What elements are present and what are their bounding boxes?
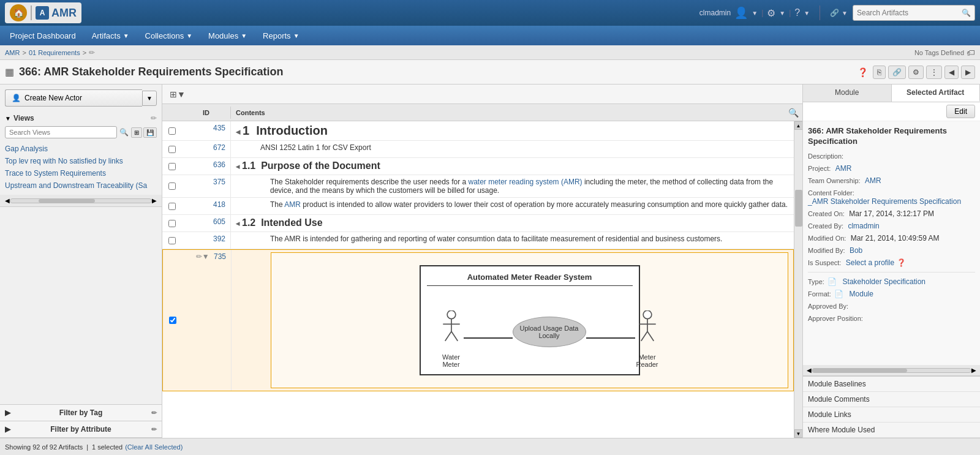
breadcrumb-amr[interactable]: AMR (5, 49, 20, 56)
suspect-help-icon[interactable]: ❓ (897, 258, 906, 267)
col-selector-button[interactable]: ⊞▼ (167, 88, 188, 100)
checkbox-605[interactable] (168, 220, 176, 227)
checkbox-672[interactable] (168, 146, 176, 153)
nav-modules[interactable]: Modules ▼ (201, 27, 254, 44)
row-735-id[interactable]: ✏▼ 735 (183, 250, 232, 391)
checkbox-375[interactable] (168, 182, 176, 190)
suspect-value[interactable]: Select a profile (846, 258, 894, 267)
format-doc-icon: 📄 (834, 290, 843, 298)
search-views-icon[interactable]: 🔍 (119, 128, 129, 137)
row-636-id[interactable]: 636 (182, 158, 231, 175)
nav-project-dashboard[interactable]: Project Dashboard (2, 27, 83, 44)
sidebar-scroll-right[interactable]: ▶ (152, 197, 157, 204)
checkbox-735[interactable] (169, 317, 176, 324)
row-435-id[interactable]: 435 (182, 121, 231, 140)
search-box[interactable]: 🔍 (853, 5, 975, 21)
search-icon[interactable]: 🔍 (962, 9, 971, 17)
home-icon[interactable]: 🏠 (10, 4, 27, 21)
view-upstream[interactable]: Upstream and Downstream Traceability (Sa (5, 180, 157, 191)
row-735-edit-icon[interactable]: ✏▼ (196, 252, 209, 261)
row-418-check[interactable] (162, 198, 182, 214)
filter-attr-edit-icon[interactable]: ✏ (151, 426, 157, 434)
logo-box[interactable]: 🏠 A AMR (5, 2, 81, 23)
create-actor-dropdown-button[interactable]: ▼ (142, 91, 157, 106)
user-icon[interactable]: 👤 (734, 6, 748, 20)
scroll-up-btn[interactable]: ▲ (794, 121, 803, 130)
edit-button[interactable]: Edit (946, 105, 975, 118)
row-418-amr-link[interactable]: AMR (284, 200, 301, 209)
right-scroll-left-btn[interactable]: ◀ (807, 367, 812, 374)
row-375-check[interactable] (162, 175, 182, 197)
actor-water-meter: Water Meter (439, 310, 464, 368)
help-icon[interactable]: ? (794, 7, 800, 18)
checkbox-418[interactable] (168, 203, 176, 210)
user-dropdown-icon[interactable]: ▼ (752, 10, 758, 17)
nav-reports[interactable]: Reports ▼ (255, 27, 306, 44)
scroll-track[interactable] (794, 130, 803, 429)
view-trace[interactable]: Trace to System Requirements (5, 168, 157, 179)
row-375-id[interactable]: 375 (182, 175, 231, 197)
views-edit-icon[interactable]: ✏ (151, 114, 157, 122)
row-392-check[interactable] (162, 232, 182, 249)
nav-artifacts[interactable]: Artifacts ▼ (85, 27, 137, 44)
right-scroll-right-btn[interactable]: ▶ (971, 367, 976, 374)
row-605-check[interactable] (162, 215, 182, 231)
views-search-input[interactable] (5, 126, 117, 138)
module-baselines-item[interactable]: Module Baselines (803, 377, 980, 392)
toolbar-btn-5[interactable]: ◀ (944, 66, 959, 79)
row-435-check[interactable] (162, 121, 182, 140)
breadcrumb-edit-icon[interactable]: ✏ (89, 48, 95, 57)
checkbox-636[interactable] (168, 163, 176, 170)
module-help-icon[interactable]: ❓ (858, 67, 868, 77)
no-tags-area: No Tags Defined 🏷 (914, 48, 975, 58)
clear-selected-link[interactable]: (Clear All Selected) (125, 443, 183, 451)
filter-tag-edit-icon[interactable]: ✏ (151, 409, 157, 417)
content-vertical-scrollbar[interactable]: ▲ ▼ (794, 121, 802, 438)
sidebar-scroll-track[interactable] (10, 198, 152, 203)
tab-selected-artifact[interactable]: Selected Artifact (892, 85, 981, 102)
search-input[interactable] (857, 9, 959, 17)
module-comments-item[interactable]: Module Comments (803, 392, 980, 407)
checkbox-392[interactable] (168, 237, 176, 244)
svg-point-5 (643, 310, 652, 319)
right-scroll-track[interactable] (812, 368, 971, 373)
tab-module[interactable]: Module (803, 85, 892, 102)
header-search-col[interactable]: 🔍 (784, 108, 802, 118)
nav-collections[interactable]: Collections ▼ (138, 27, 200, 44)
row-605-id[interactable]: 605 (182, 215, 231, 231)
content-search-icon[interactable]: 🔍 (788, 108, 799, 118)
type-value: Stakeholder Specification (843, 277, 925, 286)
row-375-amr-link[interactable]: water meter reading system (AMR) (469, 178, 582, 186)
view-top-lev[interactable]: Top lev req with No satisfied by links (5, 156, 157, 167)
search-dropdown-icon[interactable]: ▼ (842, 10, 848, 17)
settings-icon[interactable]: ⚙ (767, 7, 775, 19)
row-672-check[interactable] (162, 141, 182, 157)
row-392-id[interactable]: 392 (182, 232, 231, 249)
create-new-actor-button[interactable]: 👤 Create New Actor (5, 89, 142, 107)
row-672-id[interactable]: 672 (182, 141, 231, 157)
views-grid-button[interactable]: ⊞ (131, 127, 142, 138)
checkbox-435[interactable] (168, 127, 176, 135)
views-header[interactable]: ▼ Views ✏ (5, 114, 157, 122)
settings-dropdown-icon[interactable]: ▼ (779, 10, 785, 17)
module-links-item[interactable]: Module Links (803, 407, 980, 423)
right-horizontal-scroll[interactable]: ◀ ▶ (803, 365, 980, 376)
toolbar-btn-6[interactable]: ▶ (961, 66, 975, 79)
sidebar-scroll-left[interactable]: ◀ (5, 197, 10, 204)
toolbar-btn-2[interactable]: 🔗 (888, 66, 906, 79)
breadcrumb-01req[interactable]: 01 Requirements (29, 49, 80, 56)
toolbar-btn-3[interactable]: ⚙ (908, 66, 924, 79)
row-636-check[interactable] (162, 158, 182, 175)
row-735-check[interactable] (163, 250, 183, 391)
scroll-down-btn[interactable]: ▼ (794, 429, 803, 438)
filter-by-attribute[interactable]: ▶ Filter by Attribute ✏ (0, 421, 162, 438)
views-save-button[interactable]: 💾 (143, 127, 157, 138)
view-gap-analysis[interactable]: Gap Analysis (5, 143, 157, 154)
help-dropdown-icon[interactable]: ▼ (804, 10, 810, 17)
filter-by-tag[interactable]: ▶ Filter by Tag ✏ (0, 405, 162, 421)
where-module-used-item[interactable]: Where Module Used (803, 423, 980, 438)
toolbar-btn-1[interactable]: ⎘ (873, 66, 886, 79)
row-418-id[interactable]: 418 (182, 198, 231, 214)
toolbar-btn-4[interactable]: ⋮ (926, 66, 942, 79)
right-tabs: Module Selected Artifact (803, 85, 980, 102)
